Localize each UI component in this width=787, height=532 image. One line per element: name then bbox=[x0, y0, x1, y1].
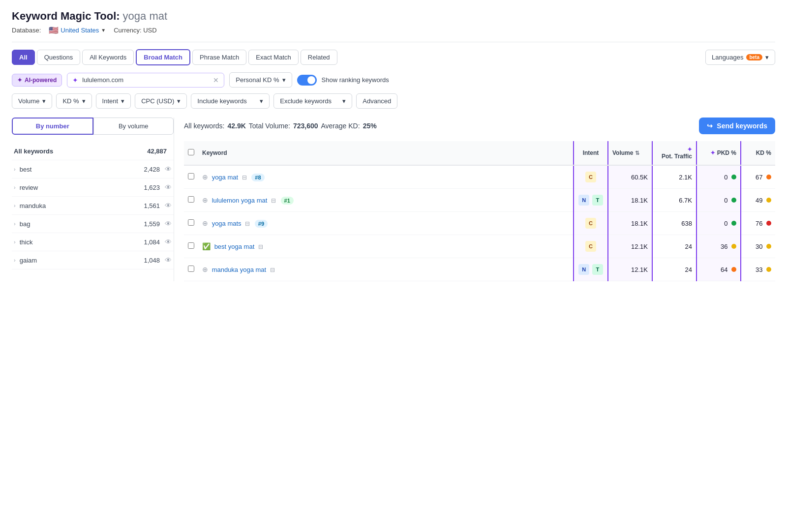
personal-kd-label: Personal KD % bbox=[236, 76, 279, 84]
show-ranking-label: Show ranking keywords bbox=[322, 76, 389, 84]
cpc-filter[interactable]: CPC (USD) ▾ bbox=[135, 93, 187, 109]
row-volume-cell: 18.1K bbox=[608, 189, 652, 212]
eye-icon[interactable]: 👁 bbox=[165, 202, 172, 209]
col-volume-header[interactable]: Volume ⇅ bbox=[608, 141, 652, 165]
avg-kd-label: Average KD: bbox=[321, 122, 360, 130]
chevron-right-icon: › bbox=[14, 203, 16, 208]
keyword-link[interactable]: manduka yoga mat bbox=[212, 266, 267, 273]
keyword-link[interactable]: yoga mats bbox=[212, 220, 242, 227]
show-ranking-wrap: Show ranking keywords bbox=[297, 75, 389, 86]
row-keyword-cell: ⊕ lululemon yoga mat ⊟ #1 bbox=[198, 189, 574, 212]
eye-icon[interactable]: 👁 bbox=[165, 238, 172, 246]
row-intent-cell: N T bbox=[574, 258, 608, 281]
chevron-down-icon: ▾ bbox=[177, 97, 181, 105]
eye-icon[interactable]: 👁 bbox=[165, 165, 172, 173]
db-row: Database: 🇺🇸 United States ▼ Currency: U… bbox=[12, 26, 775, 35]
sidebar-item-thick[interactable]: › thick 1,084 👁 bbox=[12, 233, 174, 251]
view-toggle: By number By volume bbox=[12, 118, 174, 135]
volume-label: Volume bbox=[18, 97, 39, 105]
chevron-down-icon: ▾ bbox=[282, 76, 286, 84]
row-checkbox[interactable] bbox=[188, 242, 194, 249]
currency-label: Currency: USD bbox=[114, 27, 156, 34]
intent-badge-c: C bbox=[585, 172, 596, 182]
exclude-keywords-filter[interactable]: Exclude keywords ▾ bbox=[273, 93, 352, 109]
row-checkbox[interactable] bbox=[188, 173, 194, 179]
add-icon: ⊕ bbox=[202, 196, 208, 204]
add-icon: ⊕ bbox=[202, 173, 208, 181]
row-checkbox[interactable] bbox=[188, 266, 194, 272]
row-pot-traffic-cell: 6.7K bbox=[652, 189, 696, 212]
tab-bar: All Questions All Keywords Broad Match P… bbox=[12, 49, 775, 65]
personal-kd-button[interactable]: Personal KD % ▾ bbox=[229, 72, 292, 88]
row-volume-cell: 60.5K bbox=[608, 165, 652, 189]
kd-dot bbox=[766, 221, 771, 226]
left-sidebar: By number By volume All keywords 42,887 … bbox=[12, 118, 174, 281]
chevron-down-icon: ▾ bbox=[82, 97, 86, 105]
clear-input-button[interactable]: ✕ bbox=[213, 76, 219, 84]
intent-badge-t: T bbox=[592, 195, 603, 206]
stats-row: All keywords: 42.9K Total Volume: 723,60… bbox=[184, 118, 775, 134]
chevron-down-icon: ▼ bbox=[101, 28, 106, 33]
chevron-right-icon: › bbox=[14, 239, 16, 245]
domain-input[interactable] bbox=[82, 76, 209, 84]
pkd-dot bbox=[731, 175, 736, 179]
keyword-link[interactable]: best yoga mat bbox=[214, 243, 255, 250]
sidebar-item-gaiam[interactable]: › gaiam 1,048 👁 bbox=[12, 251, 174, 269]
advanced-label: Advanced bbox=[363, 97, 391, 105]
volume-filter[interactable]: Volume ▾ bbox=[12, 93, 52, 109]
by-volume-button[interactable]: By volume bbox=[93, 118, 174, 135]
by-number-button[interactable]: By number bbox=[12, 118, 93, 135]
keyword-link[interactable]: lululemon yoga mat bbox=[212, 197, 268, 204]
tab-exact-match[interactable]: Exact Match bbox=[248, 50, 299, 65]
sidebar-item-review[interactable]: › review 1,623 👁 bbox=[12, 178, 174, 197]
tab-related[interactable]: Related bbox=[301, 50, 337, 65]
show-ranking-toggle[interactable] bbox=[297, 75, 317, 86]
sidebar-item-label: manduka bbox=[20, 202, 144, 209]
kd-filter[interactable]: KD % ▾ bbox=[56, 93, 91, 109]
country-selector[interactable]: 🇺🇸 United States ▼ bbox=[49, 26, 106, 35]
row-checkbox[interactable] bbox=[188, 196, 194, 203]
send-keywords-button[interactable]: ↪ Send keywords bbox=[699, 118, 775, 134]
sidebar-item-count: 1,561 bbox=[144, 202, 160, 209]
row-kd-cell: 76 bbox=[741, 212, 775, 235]
sparkle-icon: ✦ bbox=[710, 149, 717, 156]
advanced-filter[interactable]: Advanced bbox=[356, 93, 397, 109]
total-vol-label: Total Volume: bbox=[249, 122, 290, 130]
check-icon: ✅ bbox=[202, 242, 211, 250]
sidebar-item-best[interactable]: › best 2,428 👁 bbox=[12, 160, 174, 178]
eye-icon[interactable]: 👁 bbox=[165, 183, 172, 191]
chevron-down-icon: ▾ bbox=[765, 54, 769, 61]
kd-dot bbox=[766, 175, 771, 179]
tab-phrase-match[interactable]: Phrase Match bbox=[192, 50, 246, 65]
col-intent-header: Intent bbox=[574, 141, 608, 165]
intent-badge-c: C bbox=[585, 241, 596, 252]
eye-icon[interactable]: 👁 bbox=[165, 256, 172, 264]
pkd-dot bbox=[731, 267, 736, 272]
sidebar-item-label: review bbox=[20, 184, 144, 191]
row-keyword-cell: ⊕ yoga mats ⊟ #9 bbox=[198, 212, 574, 235]
intent-badge-n: N bbox=[578, 195, 589, 206]
row-pot-traffic-cell: 2.1K bbox=[652, 165, 696, 189]
select-all-checkbox[interactable] bbox=[188, 149, 194, 155]
keyword-link[interactable]: yoga mat bbox=[212, 174, 238, 181]
exclude-label: Exclude keywords bbox=[280, 97, 332, 105]
tab-languages[interactable]: Languages beta ▾ bbox=[705, 50, 775, 65]
eye-icon[interactable]: 👁 bbox=[165, 220, 172, 228]
sidebar-item-manduka[interactable]: › manduka 1,561 👁 bbox=[12, 197, 174, 215]
tab-broad-match[interactable]: Broad Match bbox=[136, 49, 190, 65]
tab-all[interactable]: All bbox=[12, 50, 35, 65]
intent-filter[interactable]: Intent ▾ bbox=[96, 93, 131, 109]
row-kd-cell: 30 bbox=[741, 235, 775, 258]
row-pkd-cell: 0 bbox=[696, 212, 741, 235]
sidebar-item-label: bag bbox=[20, 220, 144, 228]
sidebar-item-bag[interactable]: › bag 1,559 👁 bbox=[12, 215, 174, 233]
main-content: By number By volume All keywords 42,887 … bbox=[12, 118, 775, 281]
intent-badge-c: C bbox=[585, 218, 596, 229]
include-keywords-filter[interactable]: Include keywords ▾ bbox=[191, 93, 270, 109]
row-checkbox[interactable] bbox=[188, 219, 194, 226]
tab-questions[interactable]: Questions bbox=[37, 50, 81, 65]
intent-badge-n: N bbox=[578, 264, 589, 275]
tab-all-keywords[interactable]: All Keywords bbox=[82, 50, 134, 65]
sidebar-item-label: best bbox=[20, 166, 144, 173]
table-row: ⊕ lululemon yoga mat ⊟ #1 N T 18.1K 6.7K bbox=[184, 189, 775, 212]
